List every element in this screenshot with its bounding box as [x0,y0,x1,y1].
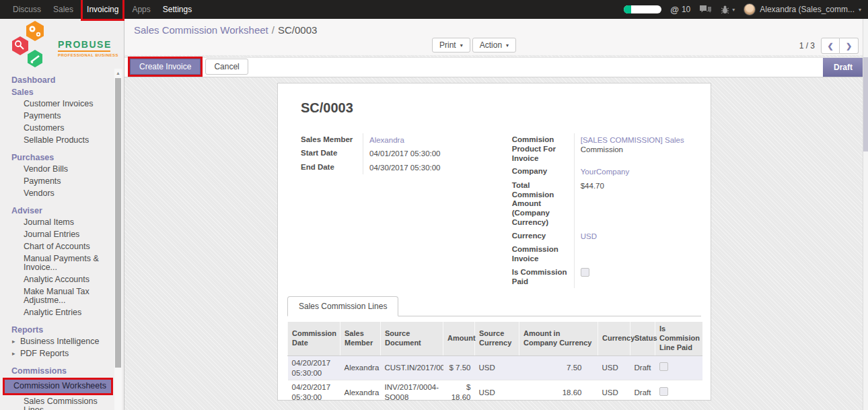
sidebar-item-label: PDF Reports [20,349,69,358]
cell-sales-member: Alexandra [340,355,381,380]
sidebar-item-analytic-entries[interactable]: Analytic Entries [0,307,113,319]
table-header-row: Commission Date Sales Member Source Docu… [288,322,702,355]
sidebar-scrollbar-thumb[interactable] [115,78,121,368]
user-menu[interactable]: Alexandra (Sales_comm... ▾ [744,3,861,15]
breadcrumb-current: SC/0003 [278,24,317,36]
sidebar-item-analytic-accounts[interactable]: Analytic Accounts [0,274,113,286]
sidebar-item-business-intelligence[interactable]: ▸Business Intelligence [0,336,113,348]
sidebar-item-journal-entries[interactable]: Journal Entries [0,229,113,241]
activities-menu[interactable]: @ 10 [670,5,690,15]
brand-rule [58,50,110,52]
cell-amount-company: 7.50 [519,355,598,380]
menu-section-reports: Reports ▸Business Intelligence ▸PDF Repo… [0,324,113,360]
cell-commission-date: 04/20/2017 05:30:00 [288,355,340,380]
sidebar-item-sales-commissions-lines[interactable]: Sales Commissions Lines [0,396,113,410]
sidebar-item-commission-worksheets[interactable]: Commission Worksheets [5,380,111,393]
messages-menu[interactable] [699,5,712,14]
scroll-up-arrow-icon[interactable]: ▲ [114,70,122,76]
bug-icon [721,5,729,14]
field-label: End Date [301,161,363,174]
sidebar-item-manual-tax-adjustment[interactable]: Make Manual Tax Adjustme... [0,286,113,307]
action-button[interactable]: Action▾ [472,38,516,53]
field-end-date: End Date 04/30/2017 05:30:00 [301,161,495,174]
is-commission-paid-checkbox[interactable] [581,268,589,277]
cell-source-document: CUST.IN/2017/0001 [381,355,443,380]
sidebar-item-customers[interactable]: Customers [0,123,113,135]
create-invoice-button[interactable]: Create Invoice [130,59,201,75]
status-badge-draft[interactable]: Draft [823,58,863,77]
line-paid-checkbox[interactable] [659,362,668,371]
app-menu: Discuss Sales Invoicing Apps Settings [7,0,198,19]
menu-settings[interactable]: Settings [157,1,198,18]
column-header[interactable]: Currency [598,322,630,355]
sidebar-item-vendor-bills[interactable]: Vendor Bills [0,164,113,176]
sidebar-item-payments[interactable]: Payments [0,110,113,123]
annotation-box-commission-worksheets: Commission Worksheets [3,378,113,395]
commission-invoice-value[interactable] [574,243,688,266]
column-header[interactable]: Source Currency [475,322,519,355]
menu-invoicing[interactable]: Invoicing [87,5,118,14]
column-header[interactable]: Sales Member [340,322,381,355]
page-scrollbar[interactable] [863,19,868,410]
probuse-logo: PROBUSE PROFESSIONAL BUSINESS [4,20,118,71]
print-button[interactable]: Print▾ [432,38,470,53]
start-date-value[interactable]: 04/01/2017 05:30:00 [363,147,495,160]
sidebar-scrollbar[interactable]: ▲ [114,69,122,410]
pager-previous-button[interactable]: ❮ [821,38,840,54]
sidebar-section-adviser[interactable]: Adviser [0,205,113,217]
table-row[interactable]: 04/20/2017 05:30:00 Alexandra CUST.IN/20… [288,355,702,380]
end-date-value[interactable]: 04/30/2017 05:30:00 [363,161,495,174]
pager-next-button[interactable]: ❯ [840,38,859,54]
column-header[interactable]: Amount [443,322,475,355]
column-header[interactable]: Amount in Company Currency [519,322,598,355]
menu-discuss[interactable]: Discuss [7,1,47,18]
systray: @ 10 ▾ Alexandra (Sales_comm... [624,3,861,15]
debug-menu[interactable]: ▾ [721,5,735,14]
sidebar-item-vendors[interactable]: Vendors [0,188,113,200]
line-paid-checkbox[interactable] [659,387,668,396]
column-header[interactable]: Commission Date [288,322,340,355]
timer-progress [624,5,631,13]
breadcrumb-parent-link[interactable]: Sales Commission Worksheet [134,24,268,36]
table-row[interactable]: 04/20/2017 05:30:00 Alexandra INV/2017/0… [288,380,702,401]
cell-currency: USD [598,380,630,401]
commission-product-link[interactable]: [SALES COMMISSION] Sales [581,136,684,144]
invoicing-app-window: Discuss Sales Invoicing Apps Settings @ … [0,0,868,410]
column-header[interactable]: Source Document [381,322,443,355]
tab-sales-commission-lines[interactable]: Sales Commission Lines [287,296,398,316]
sidebar-item-customer-invoices[interactable]: Customer Invoices [0,98,113,110]
sidebar-item-dashboard[interactable]: Dashboard [0,74,113,86]
record-title: SC/0003 [301,100,711,116]
sidebar-section-purchases[interactable]: Purchases [0,151,113,164]
currency-link[interactable]: USD [581,232,597,240]
page-scrollbar-thumb[interactable] [863,57,868,151]
menu-apps[interactable]: Apps [126,1,156,18]
brand-name: PROBUSE [58,39,117,50]
field-commission-invoice: Commission Invoice [512,243,688,266]
activity-count: 10 [682,5,690,14]
activities-at-icon: @ [670,5,679,15]
sidebar-section-reports[interactable]: Reports [0,324,113,336]
breadcrumb: Sales Commission Worksheet/SC/0003 [134,24,859,36]
timer-widget[interactable] [624,5,661,13]
company-link[interactable]: YourCompany [581,168,629,176]
sales-member-link[interactable]: Alexandra [369,136,404,144]
menu-sales[interactable]: Sales [47,1,79,18]
sidebar-item-chart-of-accounts[interactable]: Chart of Accounts [0,241,113,253]
field-total-commission: Total Commision Amount (Company Currency… [512,179,688,230]
sidebar-item-pdf-reports[interactable]: ▸PDF Reports [0,348,113,360]
column-header[interactable]: Is Commision Line Paid [655,322,702,355]
sidebar-item-purchase-payments[interactable]: Payments [0,176,113,188]
cell-amount-company: 18.60 [519,380,598,401]
sidebar-item-journal-items[interactable]: Journal Items [0,217,113,229]
sidebar-section-sales[interactable]: Sales [0,86,113,98]
field-start-date: Start Date 04/01/2017 05:30:00 [301,147,495,160]
cancel-button[interactable]: Cancel [205,59,248,75]
menu-section-sales: Sales Customer Invoices Payments Custome… [0,86,113,147]
sidebar-item-sellable-products[interactable]: Sellable Products [0,135,113,147]
field-label: Is Commission Paid [512,266,574,289]
column-header[interactable]: Status [630,322,655,355]
sidebar-item-manual-payments[interactable]: Manual Payments & Invoice... [0,253,113,274]
sidebar-section-commissions[interactable]: Commissions [0,365,113,377]
field-commission-product: Commision Product For Invoice [SALES COM… [512,133,688,165]
